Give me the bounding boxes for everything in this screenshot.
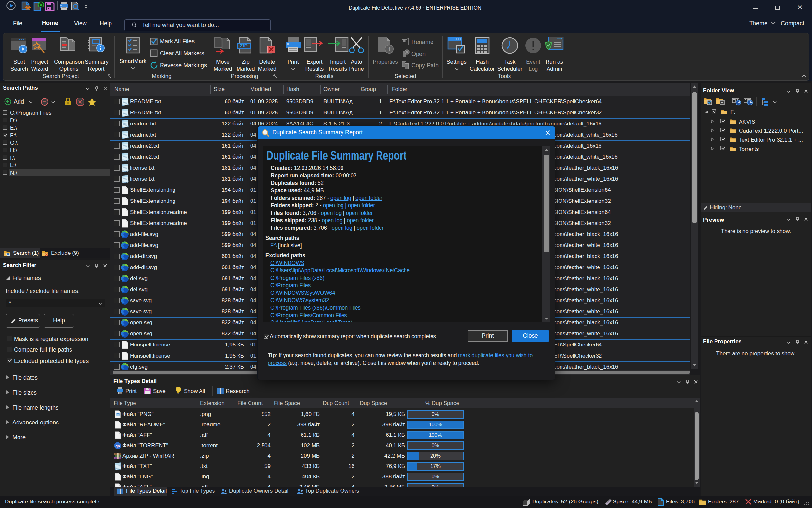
svg-text:i: i: [100, 45, 101, 52]
svg-text:i: i: [388, 46, 390, 53]
svg-text:ZIP: ZIP: [240, 43, 247, 48]
